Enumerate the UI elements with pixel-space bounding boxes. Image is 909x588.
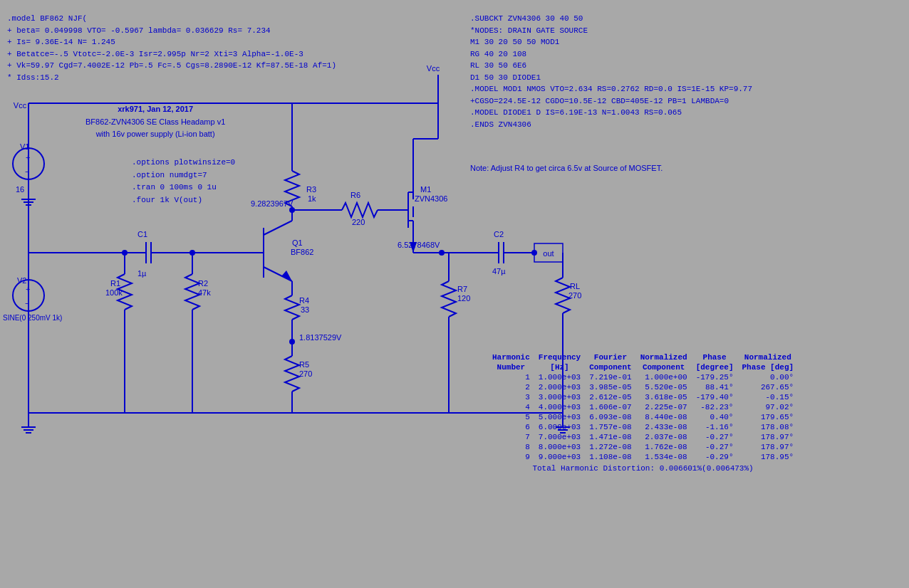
harmonic-row-5: 55.000e+036.093e-088.440e-080.40°179.65° xyxy=(488,412,798,422)
harmonic-cell-9-4: -0.29° xyxy=(692,452,738,462)
harmonic-cell-2-0: 2 xyxy=(488,382,534,392)
harmonic-row-2: 22.000e+033.985e-055.520e-0588.41°267.65… xyxy=(488,382,798,392)
harmonic-cell-8-5: 178.97° xyxy=(737,442,798,452)
svg-text:47µ: 47µ xyxy=(492,267,506,275)
harmonic-cell-8-4: -0.27° xyxy=(692,442,738,452)
svg-text:120: 120 xyxy=(457,294,470,303)
harmonic-distortion-table: Harmonic Frequency Fourier Normalized Ph… xyxy=(488,352,798,473)
harmonic-cell-8-3: 1.762e-08 xyxy=(636,442,692,452)
harmonic-row-6: 66.000e+031.757e-082.433e-08-1.16°178.08… xyxy=(488,422,798,432)
harmonic-cell-4-3: 2.225e-07 xyxy=(636,402,692,412)
col-frequency: Frequency xyxy=(534,352,585,362)
svg-text:R1: R1 xyxy=(110,279,120,288)
svg-text:+: + xyxy=(26,285,30,293)
harmonic-cell-9-2: 1.108e-08 xyxy=(585,452,635,462)
svg-text:ZVN4306: ZVN4306 xyxy=(415,194,447,203)
svg-text:Vcc: Vcc xyxy=(14,101,27,110)
svg-text:out: out xyxy=(543,249,554,258)
harmonic-cell-4-5: 97.02° xyxy=(737,402,798,412)
harmonic-cell-5-4: 0.40° xyxy=(692,412,738,422)
harmonic-cell-7-3: 2.037e-08 xyxy=(636,432,692,442)
svg-text:Vcc: Vcc xyxy=(427,64,440,73)
circuit-diagram: .circuit-line { stroke: #0000cc; stroke-… xyxy=(0,0,909,588)
col-harmonic-2: Number xyxy=(488,362,534,372)
col-normalized-2: Component xyxy=(636,362,692,372)
harmonic-cell-9-1: 9.000e+03 xyxy=(534,452,585,462)
harmonic-cell-7-2: 1.471e-08 xyxy=(585,432,635,442)
harmonic-cell-3-5: -0.15° xyxy=(737,392,798,402)
harmonic-cell-9-3: 1.534e-08 xyxy=(636,452,692,462)
svg-text:47k: 47k xyxy=(198,288,211,297)
harmonic-cell-8-1: 8.000e+03 xyxy=(534,442,585,452)
harmonic-row-7: 77.000e+031.471e-082.037e-08-0.27°178.97… xyxy=(488,432,798,442)
harmonic-cell-7-1: 7.000e+03 xyxy=(534,432,585,442)
svg-text:SINE(0 250mV 1k): SINE(0 250mV 1k) xyxy=(3,314,62,322)
harmonic-cell-4-0: 4 xyxy=(488,402,534,412)
harmonic-cell-8-0: 8 xyxy=(488,442,534,452)
svg-text:−: − xyxy=(25,299,29,308)
harmonic-cell-6-2: 1.757e-08 xyxy=(585,422,635,432)
svg-marker-51 xyxy=(281,271,292,281)
col-phase: Phase xyxy=(692,352,738,362)
svg-text:1k: 1k xyxy=(308,194,316,203)
harmonic-cell-1-2: 7.219e-01 xyxy=(585,372,635,382)
svg-text:1.8137529V: 1.8137529V xyxy=(299,333,342,342)
svg-text:33: 33 xyxy=(301,305,309,314)
harmonic-cell-3-2: 2.612e-05 xyxy=(585,392,635,402)
svg-text:R7: R7 xyxy=(457,285,467,293)
col-phase-2: [degree] xyxy=(692,362,738,372)
harmonic-row-1: 11.000e+037.219e-011.000e+00-179.25°0.00… xyxy=(488,372,798,382)
harmonic-cell-2-4: 88.41° xyxy=(692,382,738,392)
col-norm-phase-2: Phase [deg] xyxy=(737,362,798,372)
col-harmonic: Harmonic xyxy=(488,352,534,362)
svg-text:V2: V2 xyxy=(17,276,26,285)
harmonic-cell-6-3: 2.433e-08 xyxy=(636,422,692,432)
harmonic-cell-2-5: 267.65° xyxy=(737,382,798,392)
harmonic-cell-9-0: 9 xyxy=(488,452,534,462)
harmonic-cell-1-0: 1 xyxy=(488,372,534,382)
svg-text:16: 16 xyxy=(16,185,24,194)
col-fourier-2: Component xyxy=(585,362,635,372)
harmonic-cell-5-3: 8.440e-08 xyxy=(636,412,692,422)
svg-text:−: − xyxy=(25,167,29,176)
svg-text:BF862: BF862 xyxy=(291,248,313,256)
thd-value: Total Harmonic Distortion: 0.006601%(0.0… xyxy=(488,462,798,473)
harmonic-cell-6-0: 6 xyxy=(488,422,534,432)
harmonic-cell-9-5: 178.95° xyxy=(737,452,798,462)
harmonic-cell-1-3: 1.000e+00 xyxy=(636,372,692,382)
svg-text:220: 220 xyxy=(352,218,365,226)
harmonic-cell-4-2: 1.606e-07 xyxy=(585,402,635,412)
harmonic-row-8: 88.000e+031.272e-081.762e-08-0.27°178.97… xyxy=(488,442,798,452)
harmonic-cell-3-1: 3.000e+03 xyxy=(534,392,585,402)
harmonic-cell-2-2: 3.985e-05 xyxy=(585,382,635,392)
svg-point-109 xyxy=(531,250,537,256)
svg-text:1µ: 1µ xyxy=(137,269,147,278)
harmonic-row-3: 33.000e+032.612e-053.618e-05-179.40°-0.1… xyxy=(488,392,798,402)
svg-line-49 xyxy=(264,221,292,235)
svg-text:9.2823967V: 9.2823967V xyxy=(251,199,294,208)
harmonic-cell-5-2: 6.093e-08 xyxy=(585,412,635,422)
svg-text:R6: R6 xyxy=(350,191,360,199)
svg-text:6.5278468V: 6.5278468V xyxy=(398,241,440,249)
harmonic-row-9: 99.000e+031.108e-081.534e-08-0.29°178.95… xyxy=(488,452,798,462)
harmonic-cell-3-0: 3 xyxy=(488,392,534,402)
harmonic-row-4: 44.000e+031.606e-072.225e-07-82.23°97.02… xyxy=(488,402,798,412)
harmonic-cell-2-1: 2.000e+03 xyxy=(534,382,585,392)
svg-text:V1: V1 xyxy=(20,142,29,151)
svg-text:Q1: Q1 xyxy=(292,238,303,247)
col-norm-phase: Normalized xyxy=(737,352,798,362)
harmonic-cell-6-1: 6.000e+03 xyxy=(534,422,585,432)
col-normalized: Normalized xyxy=(636,352,692,362)
svg-text:R5: R5 xyxy=(299,360,309,369)
svg-text:270: 270 xyxy=(568,291,581,300)
harmonic-cell-6-4: -1.16° xyxy=(692,422,738,432)
svg-text:R3: R3 xyxy=(306,185,316,194)
svg-text:R4: R4 xyxy=(299,296,309,305)
harmonic-cell-3-4: -179.40° xyxy=(692,392,738,402)
main-container: .model BF862 NJF( + beta= 0.049998 VTO= … xyxy=(0,0,909,588)
harmonic-cell-2-3: 5.520e-05 xyxy=(636,382,692,392)
col-frequency-2: [Hz] xyxy=(534,362,585,372)
harmonic-cell-6-5: 178.08° xyxy=(737,422,798,432)
harmonic-cell-1-1: 1.000e+03 xyxy=(534,372,585,382)
svg-text:M1: M1 xyxy=(420,185,431,194)
